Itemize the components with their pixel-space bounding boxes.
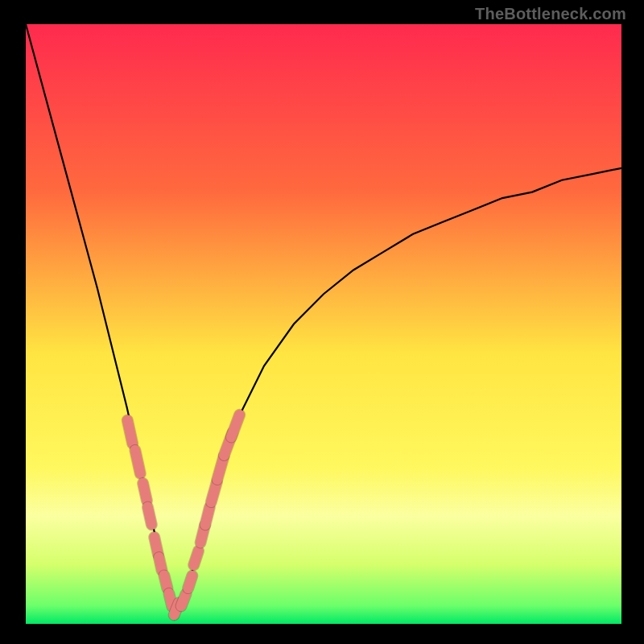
- chart-frame: TheBottleneck.com: [0, 0, 644, 644]
- watermark-text: TheBottleneck.com: [475, 5, 626, 23]
- marker-pill: [164, 576, 167, 588]
- marker-pill: [135, 450, 140, 473]
- marker-pill: [188, 576, 192, 588]
- marker-pill: [194, 551, 199, 565]
- marker-pill: [181, 594, 186, 606]
- marker-pill: [169, 593, 172, 606]
- curve-layer: [26, 24, 621, 624]
- marker-pill: [143, 483, 147, 501]
- marker-pill: [127, 420, 132, 444]
- marker-pill: [148, 507, 152, 525]
- curve-markers: [127, 415, 239, 615]
- marker-pill: [205, 507, 209, 525]
- plot-area: [26, 24, 621, 624]
- marker-pill: [159, 558, 163, 571]
- bottleneck-curve: [26, 24, 621, 618]
